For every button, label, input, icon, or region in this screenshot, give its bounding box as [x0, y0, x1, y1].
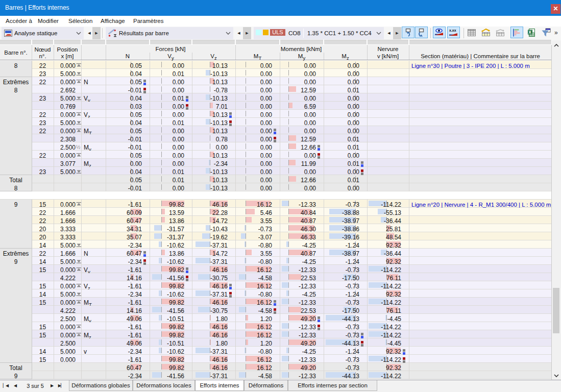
- svg-text:X: X: [528, 30, 531, 35]
- svg-text:x.xx: x.xx: [449, 29, 456, 32]
